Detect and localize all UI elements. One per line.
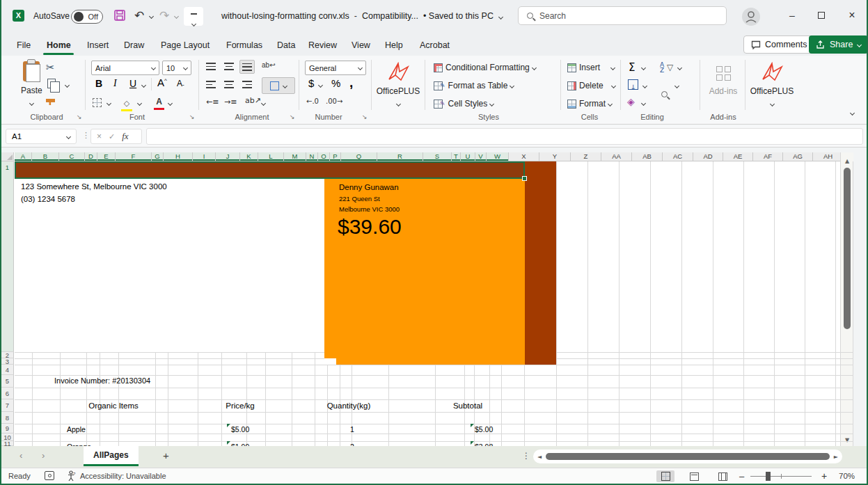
vertical-scroll-thumb[interactable] [844, 168, 851, 329]
align-left-icon[interactable] [206, 81, 216, 88]
page-layout-view-button[interactable] [685, 470, 703, 482]
tab-acrobat[interactable]: Acrobat [418, 36, 452, 54]
row-header[interactable]: 11 [1, 441, 14, 446]
increase-indent-icon[interactable]: →≡ [224, 97, 237, 106]
wrap-text-icon[interactable]: ab↩ [262, 61, 276, 69]
insert-cells-button[interactable]: Insert [567, 63, 615, 72]
align-center-icon[interactable] [224, 81, 234, 88]
close-button[interactable]: × [841, 6, 863, 25]
column-header[interactable]: R [377, 152, 423, 161]
column-header[interactable]: AH [813, 152, 844, 161]
namebox-grip-icon[interactable]: ⋮ [82, 131, 90, 140]
horizontal-scroll-thumb[interactable] [546, 453, 830, 460]
borders-chevron-icon[interactable] [106, 101, 111, 106]
decrease-decimal-icon[interactable]: .00→ [326, 97, 342, 105]
grid-body[interactable]: 123 Somewhere St, Melbourne VIC 3000 (03… [15, 161, 853, 446]
undo-dropdown-icon[interactable] [149, 14, 154, 19]
format-cells-button[interactable]: Format [567, 99, 612, 109]
borders-button[interactable] [93, 97, 102, 110]
column-header[interactable]: B [32, 152, 59, 161]
insert-function-icon[interactable]: fx [122, 131, 128, 142]
row-header[interactable]: 5 [1, 375, 14, 388]
tabbar-menu-icon[interactable]: ⋮ [522, 451, 530, 461]
column-header[interactable]: M [284, 152, 306, 161]
fill-color-chevron-icon[interactable] [137, 101, 142, 106]
orientation-chevron-icon[interactable] [261, 101, 266, 106]
column-header[interactable]: T [452, 152, 461, 161]
row-header[interactable]: 8 [1, 412, 14, 424]
bold-button[interactable]: B [95, 78, 102, 89]
column-header[interactable]: X [509, 152, 539, 161]
cell-styles-button[interactable]: ✎ Cell Styles [434, 99, 494, 109]
find-chevron-icon[interactable] [674, 84, 679, 88]
tab-file[interactable]: File [15, 36, 33, 54]
underline-chevron-icon[interactable] [141, 83, 146, 88]
row-header[interactable]: 9 [1, 424, 14, 434]
collapse-ribbon-icon[interactable] [850, 111, 855, 116]
zoom-slider-thumb[interactable] [766, 472, 771, 481]
number-format-select[interactable]: General [305, 61, 366, 75]
font-dialog-launcher-icon[interactable]: ↘ [189, 113, 195, 120]
column-header[interactable]: AE [723, 152, 753, 161]
zoom-in-icon[interactable]: + [821, 470, 827, 482]
row-header[interactable]: 7 [1, 399, 14, 412]
title-saved-status[interactable]: • Saved to this PC [423, 11, 494, 21]
underline-button[interactable]: U [129, 78, 136, 89]
column-header[interactable]: L [258, 152, 284, 161]
account-avatar[interactable] [742, 8, 760, 26]
scroll-left-icon[interactable]: ◄ [537, 454, 542, 460]
save-icon[interactable] [113, 9, 126, 22]
page-break-view-button[interactable] [713, 470, 732, 482]
align-right-icon[interactable] [242, 81, 252, 88]
column-header[interactable]: S [423, 152, 452, 161]
redo-dropdown-icon[interactable] [174, 14, 179, 19]
italic-button[interactable]: I [113, 78, 117, 89]
new-sheet-icon[interactable]: + [163, 450, 169, 461]
scroll-right-icon[interactable]: ► [834, 454, 838, 460]
select-all-corner[interactable] [1, 152, 14, 161]
format-as-table-button[interactable]: ✎ Format as Table [434, 81, 514, 90]
column-header[interactable]: J [216, 152, 240, 161]
column-header[interactable]: P [330, 152, 341, 161]
saved-chevron-icon[interactable] [498, 15, 503, 19]
paste-button[interactable]: Paste [21, 61, 42, 108]
fill-down-button[interactable]: ↓ [628, 79, 638, 90]
minimize-button[interactable]: – [781, 6, 803, 25]
name-box[interactable]: A1 [6, 129, 77, 144]
tab-insert[interactable]: Insert [85, 36, 111, 54]
search-box[interactable]: Search [518, 6, 727, 25]
font-color-button[interactable]: A [154, 95, 164, 110]
number-dialog-launcher-icon[interactable]: ↘ [362, 113, 368, 120]
column-header[interactable]: AG [783, 152, 813, 161]
row-header[interactable]: 1 [1, 161, 14, 352]
tab-view[interactable]: View [349, 36, 372, 54]
sort-filter-chevron-icon[interactable] [677, 65, 682, 70]
column-header[interactable]: F [116, 152, 152, 161]
accessibility-status[interactable]: Accessibility: Unavailable [80, 472, 166, 480]
column-header[interactable]: AB [632, 152, 663, 161]
tab-home[interactable]: Home [45, 36, 73, 54]
horizontal-scrollbar[interactable]: ◄ ► [533, 450, 842, 463]
cut-icon[interactable]: ✂ [46, 61, 55, 74]
column-header[interactable]: E [97, 152, 116, 161]
tab-review[interactable]: Review [306, 36, 339, 54]
column-header[interactable]: U [461, 152, 475, 161]
quick-access-customize-button[interactable] [184, 7, 203, 26]
fill-handle[interactable] [522, 176, 527, 181]
column-header[interactable]: Z [571, 152, 601, 161]
column-header[interactable]: AC [663, 152, 693, 161]
undo-icon[interactable]: ↶ [134, 8, 144, 22]
copy-icon[interactable] [47, 79, 56, 88]
percent-button[interactable]: % [331, 77, 340, 89]
delete-cells-button[interactable]: Delete [567, 81, 615, 90]
currency-chevron-icon[interactable] [318, 83, 323, 88]
column-header[interactable]: Y [539, 152, 571, 161]
prev-sheet-icon[interactable]: ‹ [19, 450, 22, 461]
merge-center-button-active[interactable] [262, 77, 295, 94]
autosave-toggle[interactable]: Off [71, 10, 103, 24]
column-header[interactable]: Q [341, 152, 377, 161]
comma-button[interactable]: , [349, 75, 353, 90]
decrease-indent-icon[interactable]: ←≡ [206, 97, 219, 106]
find-select-icon[interactable] [661, 91, 668, 97]
vertical-scrollbar[interactable]: ▲ ▼ [840, 152, 853, 446]
